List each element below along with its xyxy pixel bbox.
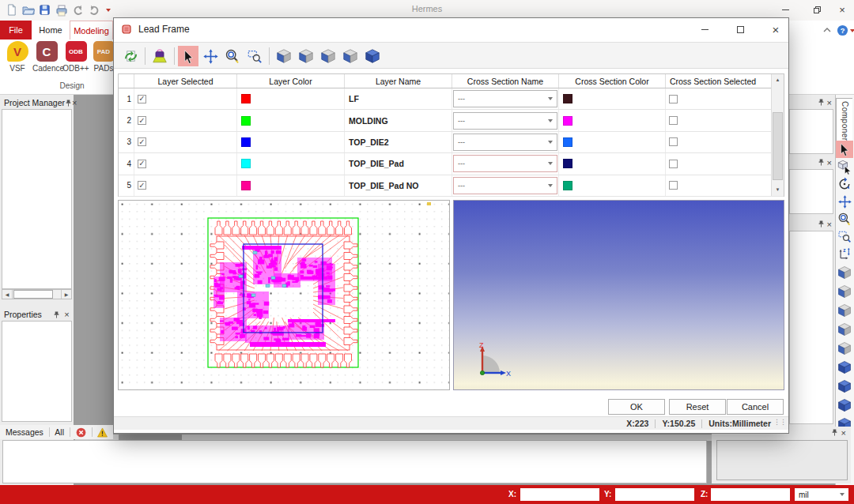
restore-button[interactable] (805, 2, 829, 17)
layer-color-swatch[interactable] (241, 159, 251, 168)
view-cube-icon[interactable] (340, 46, 361, 66)
cross-section-name-dropdown[interactable]: --- (453, 112, 557, 130)
save-icon[interactable] (38, 3, 51, 17)
dialog-minimize-button[interactable] (690, 21, 720, 37)
dock-panel[interactable] (789, 169, 833, 214)
tab-file[interactable]: File (0, 21, 32, 39)
close-icon[interactable]: × (827, 98, 832, 107)
pin-icon[interactable] (65, 98, 72, 108)
scrollbar-thumb[interactable] (773, 112, 783, 180)
cross-section-color-swatch[interactable] (563, 94, 572, 103)
cross-section-color-swatch[interactable] (563, 159, 572, 168)
layer-selected-checkbox[interactable] (138, 116, 146, 125)
table-vscrollbar[interactable]: ▲ ▼ (771, 74, 784, 196)
redo-icon[interactable] (88, 3, 101, 17)
cancel-button[interactable]: Cancel (727, 399, 784, 415)
layer-selected-checkbox[interactable] (138, 160, 146, 168)
view-cube-icon[interactable] (274, 46, 294, 66)
scrollbar-thumb[interactable] (13, 290, 53, 299)
tab-all[interactable]: All (49, 427, 70, 437)
view-cube-icon[interactable] (836, 340, 853, 357)
zoom-window-icon[interactable] (244, 46, 265, 66)
pin-icon[interactable] (818, 98, 825, 107)
scroll-up-icon[interactable]: ▲ (772, 74, 784, 86)
dock-panel[interactable] (789, 109, 833, 154)
cross-section-selected-checkbox[interactable] (669, 116, 678, 125)
rotate-view-icon[interactable] (836, 175, 853, 193)
cross-section-selected-checkbox[interactable] (669, 160, 678, 168)
x-coordinate-input[interactable] (520, 488, 599, 501)
layer-selected-checkbox[interactable] (138, 95, 146, 103)
cross-section-name-dropdown[interactable]: --- (453, 134, 557, 151)
layer-selected-checkbox[interactable] (138, 137, 146, 146)
reset-button[interactable]: Reset (669, 399, 726, 415)
view-cube-icon[interactable] (836, 283, 853, 300)
view-cube-icon[interactable] (296, 46, 316, 66)
ribbon-item-odb[interactable]: ODB ODB++ (62, 41, 90, 73)
zoom-window-icon[interactable] (836, 228, 853, 245)
cross-section-name-dropdown[interactable]: --- (453, 155, 557, 172)
iso-cube-icon[interactable] (836, 359, 853, 376)
view-cube-icon[interactable] (836, 302, 853, 319)
project-manager-hscrollbar[interactable]: ◀ ▶ (2, 289, 72, 299)
cross-section-name-dropdown[interactable]: --- (453, 90, 557, 107)
z-scale-icon[interactable] (836, 245, 853, 262)
messages-output[interactable] (2, 440, 707, 483)
error-filter-icon[interactable] (70, 427, 92, 438)
close-icon[interactable]: × (827, 220, 832, 229)
table-row[interactable]: 2 MOLDING --- (119, 110, 784, 131)
close-icon[interactable]: × (62, 310, 72, 320)
new-document-icon[interactable] (5, 3, 18, 17)
open-icon[interactable] (21, 3, 35, 17)
cross-section-selected-checkbox[interactable] (669, 95, 678, 103)
collapse-ribbon-icon[interactable] (822, 25, 832, 36)
tab-modeling[interactable]: Modeling (70, 21, 113, 39)
table-row[interactable]: 5 TOP_DIE_Pad NO --- (119, 175, 784, 197)
resize-grip[interactable]: ⋮⋮ (773, 418, 786, 426)
table-row[interactable]: 4 TOP_DIE_Pad --- (119, 153, 784, 175)
dock-panel[interactable] (716, 440, 848, 480)
layers-icon[interactable] (149, 46, 170, 66)
dialog-maximize-button[interactable] (725, 21, 755, 37)
dock-panel[interactable] (789, 231, 833, 424)
ribbon-item-cadence[interactable]: C Cadence (32, 41, 61, 73)
minimize-button[interactable] (773, 2, 797, 17)
reload-icon[interactable] (120, 46, 141, 66)
select-cursor-icon[interactable] (178, 46, 198, 66)
ok-button[interactable]: OK (608, 399, 665, 415)
dialog-title-bar[interactable]: Lead Frame (114, 18, 788, 40)
project-manager-panel[interactable] (2, 109, 72, 289)
warning-filter-icon[interactable] (92, 427, 113, 438)
select-cursor-icon[interactable] (836, 141, 853, 158)
tab-home[interactable]: Home (33, 21, 68, 39)
view-cube-icon[interactable] (318, 46, 338, 66)
close-icon[interactable]: × (827, 158, 832, 167)
pin-icon[interactable] (818, 220, 825, 229)
leadframe-3d-viewport[interactable]: Z X (453, 200, 784, 390)
view-cube-icon[interactable] (836, 321, 853, 338)
cross-section-selected-checkbox[interactable] (669, 137, 678, 146)
table-row[interactable]: 1 LF --- (119, 88, 784, 110)
layer-color-swatch[interactable] (241, 181, 251, 190)
properties-panel[interactable] (2, 321, 72, 422)
z-coordinate-input[interactable] (711, 488, 790, 501)
ribbon-item-vsf[interactable]: V VSF (3, 41, 32, 73)
pan-icon[interactable] (200, 46, 221, 66)
close-icon[interactable]: × (72, 98, 77, 108)
close-button[interactable]: × (830, 2, 854, 17)
print-icon[interactable] (55, 3, 68, 17)
layer-color-swatch[interactable] (241, 137, 251, 147)
pin-icon[interactable] (818, 158, 825, 167)
cross-section-color-swatch[interactable] (563, 137, 572, 147)
layer-color-swatch[interactable] (241, 116, 251, 126)
zoom-icon[interactable] (222, 46, 243, 66)
select-3d-icon[interactable] (836, 158, 853, 175)
iso-cube-icon[interactable] (836, 397, 853, 414)
quick-access-more-icon[interactable] (106, 9, 111, 12)
close-icon[interactable]: × (841, 428, 846, 438)
cross-section-selected-checkbox[interactable] (669, 181, 678, 190)
table-row[interactable]: 3 TOP_DIE2 --- (119, 132, 784, 153)
layer-color-swatch[interactable] (241, 94, 251, 103)
iso-cube-icon[interactable] (836, 378, 853, 395)
scroll-right-icon[interactable]: ▶ (62, 290, 71, 299)
